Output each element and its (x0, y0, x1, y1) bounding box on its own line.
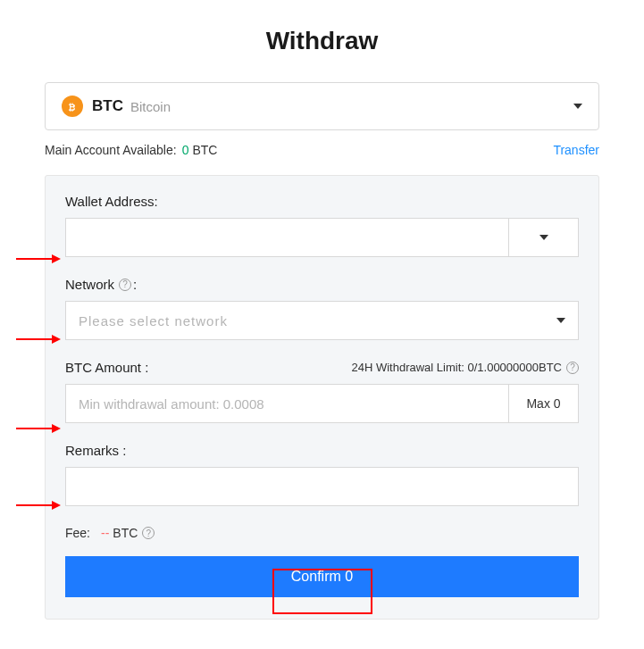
amount-input[interactable] (65, 384, 509, 423)
max-button[interactable]: Max 0 (509, 384, 579, 423)
fee-value: -- (101, 526, 109, 540)
network-placeholder: Please select network (79, 313, 556, 329)
address-dropdown-button[interactable] (509, 218, 579, 257)
page-title: Withdraw (45, 27, 599, 55)
wallet-address-label: Wallet Address: (65, 194, 579, 209)
network-label: Network ? : (65, 277, 579, 292)
transfer-link[interactable]: Transfer (553, 143, 599, 157)
remarks-input[interactable] (65, 467, 579, 506)
balance-row: Main Account Available: 0 BTC Transfer (45, 143, 599, 157)
remarks-label: Remarks : (65, 443, 579, 458)
balance-unit: BTC (192, 143, 217, 157)
chevron-down-icon (556, 318, 565, 323)
network-selector[interactable]: Please select network (65, 301, 579, 340)
help-icon[interactable]: ? (142, 527, 155, 539)
help-icon[interactable]: ? (119, 279, 131, 291)
bitcoin-icon (62, 96, 83, 117)
withdraw-form: Wallet Address: Network ? : Please selec… (45, 175, 599, 620)
fee-row: Fee: -- BTC ? (65, 526, 579, 540)
coin-symbol: BTC (92, 97, 123, 115)
fee-unit: BTC (113, 526, 138, 540)
coin-name: Bitcoin (130, 99, 573, 114)
amount-label: BTC Amount : (65, 360, 148, 375)
coin-selector[interactable]: BTC Bitcoin (45, 82, 599, 130)
fee-label: Fee: (65, 526, 90, 540)
chevron-down-icon (539, 235, 548, 240)
withdrawal-limit-text: 24H Withdrawal Limit: 0/1.00000000BTC ? (351, 361, 579, 374)
wallet-address-input[interactable] (65, 218, 509, 257)
help-icon[interactable]: ? (566, 362, 579, 374)
balance-label: Main Account Available: (45, 143, 177, 157)
chevron-down-icon (573, 104, 582, 109)
balance-value: 0 (182, 143, 189, 157)
confirm-button[interactable]: Confirm 0 (65, 556, 579, 597)
